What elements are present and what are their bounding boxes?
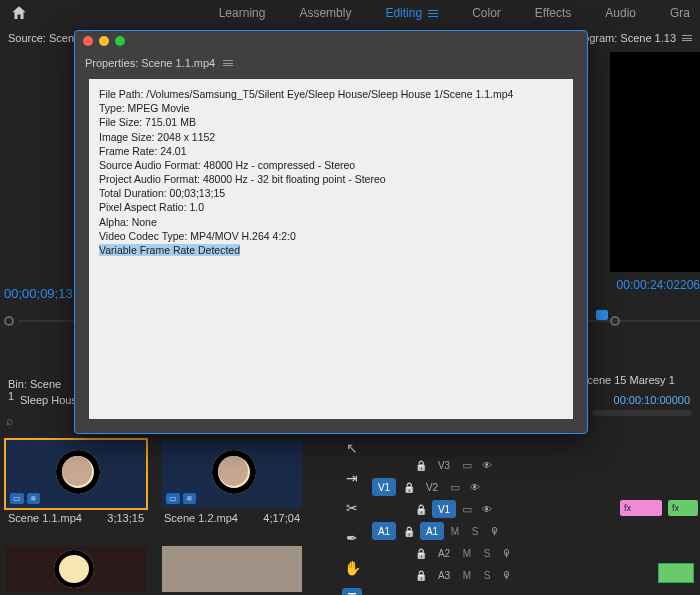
playhead-marker-icon[interactable] bbox=[596, 310, 608, 320]
solo-icon[interactable]: S bbox=[466, 526, 484, 537]
scrub-start-icon[interactable] bbox=[4, 316, 14, 326]
lock-icon[interactable] bbox=[412, 547, 430, 559]
track-a1[interactable]: A1 A1 M S bbox=[372, 520, 700, 542]
track-a2[interactable]: A2 M S bbox=[372, 542, 700, 564]
track-target[interactable]: V1 bbox=[432, 500, 456, 518]
tab-assembly[interactable]: Assembly bbox=[299, 6, 351, 20]
properties-dialog: Properties: Scene 1.1.mp4 File Path: /Vo… bbox=[74, 30, 588, 434]
minimize-icon[interactable] bbox=[99, 36, 109, 46]
panel-menu-icon[interactable] bbox=[682, 35, 692, 41]
track-v2[interactable]: V1 V2 ▭ bbox=[372, 476, 700, 498]
properties-title: Properties: Scene 1.1.mp4 bbox=[85, 57, 215, 69]
timeline-clip[interactable] bbox=[658, 563, 694, 583]
clip-thumb-4[interactable] bbox=[162, 546, 302, 592]
panel-menu-icon[interactable] bbox=[223, 60, 233, 66]
search-icon[interactable]: ⌕ bbox=[6, 414, 26, 434]
tab-color[interactable]: Color bbox=[472, 6, 501, 20]
timeline-zoom[interactable] bbox=[600, 410, 700, 422]
eye-icon[interactable] bbox=[478, 503, 496, 515]
program-display[interactable] bbox=[610, 52, 700, 272]
track-target[interactable]: A2 bbox=[432, 544, 456, 562]
close-icon[interactable] bbox=[83, 36, 93, 46]
video-badge-icon: ▭ bbox=[10, 493, 24, 504]
pen-tool-icon[interactable]: ✒ bbox=[342, 528, 362, 548]
mute-icon[interactable]: M bbox=[458, 570, 476, 581]
lock-icon[interactable] bbox=[412, 503, 430, 515]
workspace-tabs-bar: Learning Assembly Editing Color Effects … bbox=[0, 0, 700, 26]
lock-icon[interactable] bbox=[400, 525, 418, 537]
sequence-playhead-tc[interactable]: 00:00:10:00000 bbox=[614, 394, 700, 406]
razor-tool-icon[interactable]: ✂ bbox=[342, 498, 362, 518]
clip-name: Scene 1.2.mp4 bbox=[164, 512, 238, 524]
clip-name: Scene 1.1.mp4 bbox=[8, 512, 82, 524]
eye-icon[interactable] bbox=[466, 481, 484, 493]
audio-badge-icon: ≋ bbox=[27, 493, 40, 504]
track-target[interactable]: V3 bbox=[432, 456, 456, 474]
video-badge-icon: ▭ bbox=[166, 493, 180, 504]
tab-learning[interactable]: Learning bbox=[219, 6, 266, 20]
zoom-icon[interactable] bbox=[115, 36, 125, 46]
track-target[interactable]: V2 bbox=[420, 478, 444, 496]
mute-icon[interactable]: M bbox=[446, 526, 464, 537]
track-target[interactable]: A1 bbox=[420, 522, 444, 540]
sync-lock-icon[interactable]: ▭ bbox=[458, 459, 476, 472]
clip-duration: 3;13;15 bbox=[107, 512, 144, 524]
program-monitor: 00:00:24:02206 bbox=[610, 52, 700, 294]
tab-graphics[interactable]: Gra bbox=[670, 6, 690, 20]
home-icon[interactable] bbox=[10, 4, 28, 22]
eye-icon[interactable] bbox=[478, 459, 496, 471]
hamburger-icon[interactable] bbox=[428, 10, 438, 17]
tab-audio[interactable]: Audio bbox=[605, 6, 636, 20]
audio-badge-icon: ≋ bbox=[183, 493, 196, 504]
program-timecode[interactable]: 00:00:24:02206 bbox=[610, 276, 700, 294]
ripple-tool-icon[interactable]: ⇥ bbox=[342, 468, 362, 488]
variable-framerate-warning: Variable Frame Rate Detected bbox=[99, 244, 240, 256]
properties-text[interactable]: File Path: /Volumes/Samsung_T5/Silent Ey… bbox=[89, 79, 573, 419]
timeline-clip[interactable]: fx bbox=[668, 500, 698, 516]
tab-editing[interactable]: Editing bbox=[385, 6, 438, 20]
mute-icon[interactable]: M bbox=[458, 548, 476, 559]
voiceover-icon[interactable] bbox=[486, 525, 504, 537]
voiceover-icon[interactable] bbox=[498, 569, 516, 581]
lock-icon[interactable] bbox=[412, 459, 430, 471]
timeline-track-headers: V3 ▭ V1 V2 ▭ V1 ▭ A1 A1 M S A2 M S A3 M … bbox=[372, 454, 700, 586]
lock-icon[interactable] bbox=[400, 481, 418, 493]
track-a3[interactable]: A3 M S bbox=[372, 564, 700, 586]
voiceover-icon[interactable] bbox=[498, 547, 516, 559]
clip-thumb-2[interactable]: ▭≋ Scene 1.2.mp44;17;04 bbox=[162, 440, 302, 528]
selection-tool-icon[interactable]: ↖ bbox=[342, 438, 362, 458]
window-titlebar[interactable] bbox=[75, 31, 587, 51]
clip-thumb-1[interactable]: ▭≋ Scene 1.1.mp43;13;15 bbox=[6, 440, 146, 528]
bin-thumbnails-row2 bbox=[6, 546, 302, 592]
clip-thumb-3[interactable] bbox=[6, 546, 146, 592]
source-patch[interactable]: A1 bbox=[372, 522, 396, 540]
source-timecode[interactable]: 00;00;09;13 bbox=[4, 286, 73, 301]
solo-icon[interactable]: S bbox=[478, 548, 496, 559]
timeline-tools: ↖ ⇥ ✂ ✒ ✋ T bbox=[340, 438, 364, 595]
timeline-clip[interactable]: fx bbox=[620, 500, 662, 516]
lock-icon[interactable] bbox=[412, 569, 430, 581]
tab-effects[interactable]: Effects bbox=[535, 6, 571, 20]
track-target[interactable]: A3 bbox=[432, 566, 456, 584]
sync-lock-icon[interactable]: ▭ bbox=[446, 481, 464, 494]
solo-icon[interactable]: S bbox=[478, 570, 496, 581]
scrub-end-icon[interactable] bbox=[610, 316, 620, 326]
bin-thumbnails: ▭≋ Scene 1.1.mp43;13;15 ▭≋ Scene 1.2.mp4… bbox=[6, 440, 302, 528]
track-v3[interactable]: V3 ▭ bbox=[372, 454, 700, 476]
type-tool-icon[interactable]: T bbox=[342, 588, 362, 595]
hand-tool-icon[interactable]: ✋ bbox=[342, 558, 362, 578]
clip-duration: 4;17;04 bbox=[263, 512, 300, 524]
source-patch[interactable]: V1 bbox=[372, 478, 396, 496]
sync-lock-icon[interactable]: ▭ bbox=[458, 503, 476, 516]
